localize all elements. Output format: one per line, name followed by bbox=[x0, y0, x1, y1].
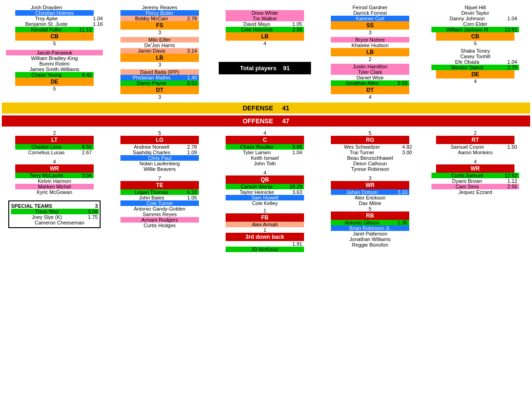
player-row: 1.91 bbox=[226, 241, 304, 247]
player-val: 9.42 bbox=[76, 72, 92, 78]
player-row: JD McKissic bbox=[226, 247, 304, 252]
player-row: David Mayo 1.05 bbox=[226, 21, 304, 27]
pos-count: 2 bbox=[474, 130, 477, 136]
player-name: Dyami Brown bbox=[433, 178, 501, 184]
player-name: Bryce Notree bbox=[333, 37, 407, 42]
player-name: Willie Beavers bbox=[111, 166, 208, 172]
player-row: Curtis Hodges bbox=[111, 223, 208, 228]
pos-count: 1 bbox=[263, 227, 266, 233]
col-rg: 5 RG Wes Schweitzer 4.82 Trai Turner 3.0… bbox=[317, 129, 423, 248]
player-name: Reggie Bonofon bbox=[322, 242, 418, 248]
player-name: Kamren Curl bbox=[331, 16, 409, 21]
player-name: Jequez Ezzard bbox=[427, 189, 524, 195]
player-row: Cam Sims 2.56 bbox=[431, 184, 519, 189]
player-row: Sammis Reyes bbox=[111, 212, 208, 217]
player-name: Montez Sweat bbox=[433, 65, 501, 70]
player-row: Daron Payne 8.53 bbox=[120, 80, 199, 86]
player-name: Ferrod Gardner bbox=[322, 5, 418, 10]
player-val: 1.40 bbox=[181, 75, 197, 80]
player-val: 2.56 bbox=[286, 27, 302, 32]
player-name: Bobby McCain bbox=[122, 16, 181, 21]
player-row: Corn Elder bbox=[427, 21, 524, 27]
player-row: Antonio Gibson 1.35 bbox=[331, 220, 409, 225]
player-name: Keith Ismael bbox=[216, 155, 313, 161]
pos-label-te: TE bbox=[120, 181, 199, 189]
player-name: Benjamin St. Juste bbox=[6, 21, 87, 27]
pos-label-cb-right: CB bbox=[436, 32, 514, 41]
player-row: De'Jon Harris bbox=[111, 42, 208, 48]
pos-count: 5 bbox=[158, 130, 161, 136]
pos-count: 1 bbox=[263, 208, 266, 213]
player-row: Christian Holmes bbox=[15, 10, 94, 16]
pos-label-wr-right: WR bbox=[436, 164, 514, 173]
pos-label-lt: LT bbox=[15, 136, 94, 144]
player-row: David Bada (IPP) bbox=[120, 69, 199, 75]
player-name: Dax Milne bbox=[322, 200, 418, 206]
player-row: John Bates 1.05 bbox=[120, 195, 199, 200]
player-name: Christian Holmes bbox=[15, 10, 94, 16]
player-val: 1.05 bbox=[181, 195, 197, 200]
player-name: Milo Eifler bbox=[122, 37, 197, 42]
pos-label-fb: FB bbox=[226, 213, 304, 222]
pos-label-dt4: DT bbox=[331, 86, 409, 94]
player-row: Tyrese Robinson bbox=[322, 166, 418, 172]
player-val: 9.88 bbox=[286, 144, 302, 150]
player-val: 2.56 bbox=[501, 184, 517, 189]
player-row: Danny Johnson 1.04 bbox=[431, 16, 519, 21]
player-name: Darrick Forrest bbox=[322, 10, 418, 16]
player-name: Percy Butler bbox=[120, 10, 199, 16]
total-label: Total players 91 bbox=[240, 65, 290, 72]
player-val: 1.04 bbox=[87, 16, 103, 21]
player-name: Daniel Wise bbox=[322, 75, 418, 80]
pos-count: 2 bbox=[53, 130, 56, 136]
player-row: Tre Walker bbox=[226, 16, 304, 21]
player-name: Tyrese Robinson bbox=[322, 166, 418, 172]
player-row: Josh Drayden bbox=[6, 5, 103, 10]
player-name: Jonathan Williams bbox=[322, 236, 418, 242]
player-val: 3.00 bbox=[396, 150, 412, 155]
player-name: Chris Paul bbox=[120, 155, 199, 161]
pos-count: 4 bbox=[263, 41, 266, 46]
player-row: Sam Howell bbox=[226, 195, 304, 200]
player-name: Deion Calhoun bbox=[322, 161, 418, 166]
player-row: Ferrod Gardner bbox=[322, 5, 418, 10]
player-row: Justin Hamilton bbox=[331, 64, 409, 69]
player-name: Tre Walker bbox=[227, 16, 302, 21]
player-name: William Bradley-King bbox=[6, 55, 103, 61]
player-row: Cornelius Lucas 2.67 bbox=[15, 150, 94, 155]
player-name: Jacub Panasiuk bbox=[6, 50, 103, 55]
pos-count: 4 bbox=[474, 159, 477, 164]
player-name: Cameron Cheeseman bbox=[11, 220, 108, 225]
player-row: Nijuel Hill bbox=[427, 5, 524, 10]
player-row: Percy Butler bbox=[120, 10, 199, 16]
player-row: Efe Obada 1.04 bbox=[431, 59, 519, 65]
player-name: Nolan Laufenberg bbox=[111, 161, 208, 166]
player-val: 1.09 bbox=[181, 150, 197, 155]
pos-count: 4 bbox=[474, 79, 477, 84]
player-name: Danny Johnson bbox=[433, 16, 501, 21]
pos-count: 4 bbox=[263, 170, 266, 175]
player-name: Efe Obada bbox=[433, 59, 501, 65]
player-name: Beau Benzschhawel bbox=[322, 155, 418, 161]
player-name: Cornelius Lucas bbox=[17, 150, 76, 155]
defense-banner: DEFENSE 41 bbox=[2, 103, 530, 114]
pos-count: 4 bbox=[263, 130, 266, 136]
pos-label-wr-left: WR bbox=[15, 164, 94, 173]
col-rt: 2 RT Samuel Cosmi 1.50 Aaron Monteiro 4 … bbox=[423, 129, 528, 196]
player-name: Trai Turner bbox=[328, 150, 396, 155]
player-row: Kendall Fuller 11.12 bbox=[15, 27, 94, 32]
player-row: Cameron Cheeseman bbox=[11, 220, 108, 225]
pos-count: 3 bbox=[158, 94, 161, 100]
player-row: Jahan Dotson 3.10 bbox=[331, 189, 409, 195]
player-row: Tyler Larsen 1.04 bbox=[226, 150, 304, 155]
player-val: 3.70 bbox=[501, 65, 517, 70]
player-name: Justin Hamilton bbox=[333, 64, 407, 69]
player-row: William Jackson III 13.81 bbox=[431, 27, 519, 32]
player-val: 13.81 bbox=[501, 27, 517, 32]
player-val: 9.50 bbox=[391, 80, 407, 86]
player-row: Benjamin St. Juste 1.16 bbox=[6, 21, 103, 27]
player-row: Jonathan Allen 9.50 bbox=[331, 80, 409, 86]
player-name: Tyler Larsen bbox=[227, 150, 286, 155]
pos-count: 5 bbox=[369, 206, 371, 212]
player-name: William Jackson III bbox=[433, 27, 501, 32]
